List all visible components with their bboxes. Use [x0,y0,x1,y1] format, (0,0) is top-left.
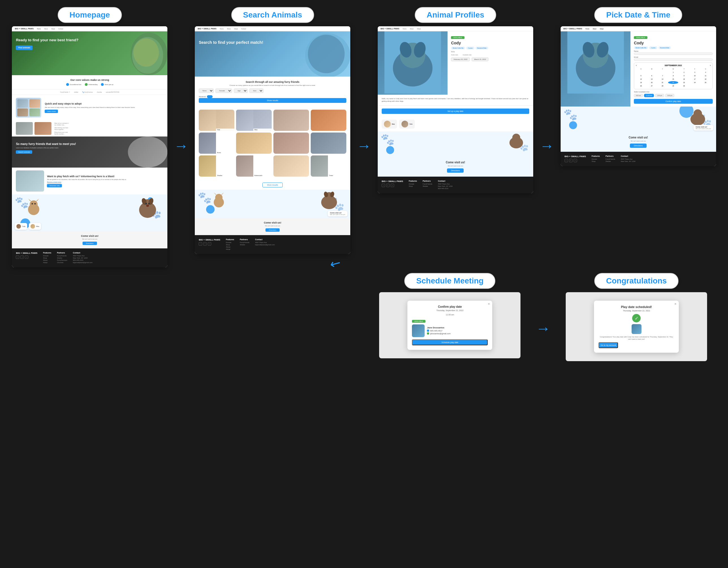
schedule-date-info: Thursday, September 22, 2022 [412,309,488,311]
svg-point-39 [694,109,702,118]
pickdate-main-content: AVAILABLE Cody Border Collie Mix 2 years… [561,31,716,107]
pickdate-directions-btn[interactable]: Directions [630,144,647,148]
nav-link-adopt[interactable]: Adopt [51,28,55,30]
animal-card-6[interactable] [236,133,272,154]
schedule-label: Schedule Meeting [404,273,495,289]
calendar-header: ‹ SEPTEMBER 2022 › [636,64,711,66]
pickdate-nav-home[interactable]: Home [586,28,589,30]
search-nav-home[interactable]: Home [220,28,224,30]
time-900[interactable]: 9:00 am [634,94,643,97]
filter-size[interactable]: Size [249,89,263,93]
animal-card-butterscotch[interactable]: Butterscotch [236,156,272,177]
animal-card-2[interactable]: Mew [29,223,41,230]
pickdate-instagram-icon[interactable]: i [565,159,568,162]
search-cat-scene [212,193,226,209]
preview-felix[interactable]: Felix [399,120,415,129]
congrats-modal-title: Play date scheduled! [599,305,674,308]
search-nav-contact[interactable]: Contact [241,28,246,30]
show-results-btn[interactable]: Show results [199,98,346,103]
profile-instagram-icon[interactable]: i [382,184,385,187]
preview-mew[interactable]: Mew [382,120,397,129]
pickdate-blob-1 [569,121,577,129]
profile-facebook-icon[interactable]: f [386,184,390,187]
volunteer-btn[interactable]: Volunteer info [47,184,62,187]
selected-date[interactable]: 22 [668,81,678,84]
photo-caption: Meet all our animals inour shelter now..… [53,122,68,135]
animal-card-3[interactable] [273,110,309,131]
more-results-btn[interactable]: More results [262,183,283,187]
nav-link-about[interactable]: About [44,28,48,30]
schedule-confirm-btn[interactable]: Schedule play date [412,339,488,345]
photo-thumb-2 [34,122,51,135]
search-visit-btn[interactable]: Directions [265,228,280,232]
date-buttons: February 20, 2022 March 15, 2022 [451,57,530,61]
arrow-schedule-to-congrats: → [536,273,550,361]
pickdate-chat-bubble: Come visit us! We can't wait to see you [694,125,713,131]
animal-card-4[interactable] [311,110,346,131]
profile-directions-btn[interactable]: Directions [447,169,464,173]
profile-nav-home[interactable]: Home [403,28,406,30]
animal-card-shadow[interactable]: Shadow [199,156,234,177]
search-nav-adopt[interactable]: Adopt [234,28,238,30]
search-mockup: BIG + SMALL PAWS Home About Adopt Contac… [195,26,350,254]
search-twitter-icon[interactable]: t [208,242,211,246]
name-field-group: Name [634,50,713,55]
filter-female-male[interactable]: Female Male [215,89,232,93]
next-month-btn[interactable]: › [710,64,710,66]
name-input[interactable] [634,53,713,55]
schedule-column: Schedule Meeting ✕ Confirm play date Thu… [364,273,536,361]
email-input[interactable] [634,59,713,61]
furry-btn[interactable]: Search animals [16,150,32,154]
schedule-modal-close[interactable]: ✕ [488,302,490,305]
animal-card-felix[interactable]: Felix [199,110,234,131]
animal-card-7[interactable] [273,133,309,154]
profile-nav-adopt[interactable]: Adopt [417,28,421,30]
homepage-visit-btn[interactable]: Directions [83,242,97,245]
filter-age[interactable]: Age [234,89,248,93]
filter-row: None Dogs Cats Female Male Age Size [199,89,346,93]
time-1100[interactable]: 11:00 am [644,94,654,97]
neutered-label: Neutered [199,96,206,98]
nav-link-contact[interactable]: Contact [58,28,63,30]
facebook-icon[interactable]: f [20,256,24,259]
time-100[interactable]: 1:00 pm [655,94,664,97]
pickdate-facebook-icon[interactable]: f [569,159,573,162]
search-instagram-icon[interactable]: i [199,242,202,246]
search-animal-scene: 🐾 🐾 [195,190,350,218]
instagram-icon[interactable]: i [16,256,19,259]
search-nav-about[interactable]: About [227,28,231,30]
pickdate-label: Pick Date & Time [594,7,682,23]
prev-month-btn[interactable]: ‹ [636,64,636,66]
animal-card-mew[interactable]: Mew [236,110,272,131]
profile-nav-about[interactable]: About [410,28,414,30]
congrats-modal-close[interactable]: ✕ [674,302,677,305]
time-300[interactable]: 3:00 pm [665,94,674,97]
search-facebook-icon[interactable]: f [203,242,207,246]
search-footer-brand: BIG + SMALL PAWS i f t [199,239,220,251]
profile-footer: BIG + SMALL PAWS i f t Features Donate S… [378,177,533,193]
animal-card-trixter[interactable]: Trixter [311,156,346,177]
homepage-hero-btn[interactable]: Find animals [16,46,33,50]
animal-card-11[interactable] [273,156,309,177]
dates-label: Intake date Available date [451,54,530,56]
profile-blob-1 [386,146,394,154]
profiles-label: Animal Profiles [415,7,496,23]
steps-btn[interactable]: Learn more [45,110,58,113]
animal-card-8[interactable] [311,133,346,154]
animal-card-bruno[interactable]: Bruno [199,133,234,154]
pickdate-nav-about[interactable]: About [593,28,596,30]
animal-card-1[interactable]: Cody [15,223,27,230]
filter-type[interactable]: None Dogs Cats [199,89,214,93]
pickdate-nav-adopt[interactable]: Adopt [600,28,604,30]
footer-features: Features Donate Shop About Adopt [43,252,51,264]
setup-play-date-btn[interactable]: Set up a play date [382,109,529,114]
search-column: Search Animals BIG + SMALL PAWS Home Abo… [189,7,357,267]
twitter-icon[interactable]: t [25,256,28,259]
confirm-play-date-btn[interactable]: Confirm play date [634,99,713,104]
congrats-go-btn[interactable]: Go to my account [599,342,618,348]
pickdate-twitter-icon[interactable]: t [574,159,577,162]
neutered-toggle[interactable] [207,95,213,98]
nav-link-home[interactable]: Home [37,28,41,30]
profile-twitter-icon[interactable]: t [391,184,394,187]
animal-tags: Border Collie Mix 2 years Neutered Male [451,47,530,49]
